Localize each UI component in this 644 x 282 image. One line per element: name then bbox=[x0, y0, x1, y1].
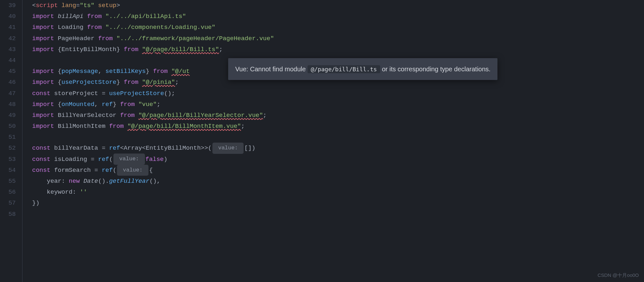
code-line[interactable]: import BillYearSelector from "@/page/bil… bbox=[32, 110, 644, 121]
code-line[interactable]: import BillMonthItem from "@/page/bill/B… bbox=[32, 121, 644, 132]
line-number: 57 bbox=[0, 198, 16, 208]
line-number: 53 bbox=[0, 154, 16, 165]
code-line[interactable]: }) bbox=[32, 198, 644, 208]
error-tooltip: Vue: Cannot find module @/page/bill/Bill… bbox=[228, 58, 497, 80]
line-number: 39 bbox=[0, 0, 16, 11]
code-line[interactable]: keyword: '' bbox=[32, 187, 644, 198]
code-line[interactable]: import {EntityBillMonth} from "@/page/bi… bbox=[32, 44, 644, 55]
line-number: 49 bbox=[0, 110, 16, 121]
code-line[interactable]: import Loading from "../../components/Lo… bbox=[32, 22, 644, 33]
line-number: 41 bbox=[0, 22, 16, 33]
tooltip-suffix: or its corresponding type declarations. bbox=[380, 66, 491, 73]
watermark: CSDN @十月oo0O bbox=[597, 271, 639, 279]
line-number: 55 bbox=[0, 176, 16, 187]
line-number: 45 bbox=[0, 66, 16, 77]
inlay-hint: value: bbox=[113, 154, 145, 165]
code-line[interactable] bbox=[32, 132, 644, 143]
line-number: 56 bbox=[0, 187, 16, 198]
code-line[interactable]: const billYearData = ref<Array<EntityBil… bbox=[32, 143, 644, 154]
line-number: 42 bbox=[0, 33, 16, 44]
line-number: 52 bbox=[0, 143, 16, 154]
line-number: 58 bbox=[0, 209, 16, 220]
line-number: 40 bbox=[0, 11, 16, 22]
line-number: 51 bbox=[0, 132, 16, 143]
code-line[interactable]: const formSearch = ref( value: { bbox=[32, 165, 644, 176]
line-number: 47 bbox=[0, 88, 16, 99]
line-number: 44 bbox=[0, 55, 16, 66]
code-line[interactable] bbox=[32, 209, 644, 220]
code-area[interactable]: <script lang="ts" setup> import billApi … bbox=[22, 0, 644, 282]
code-line[interactable]: import PageHeader from "../../framework/… bbox=[32, 33, 644, 44]
line-number: 48 bbox=[0, 99, 16, 110]
code-line[interactable]: <script lang="ts" setup> bbox=[32, 0, 644, 11]
inlay-hint: value: bbox=[117, 165, 148, 176]
line-gutter: 39 40 41 42 43 44 45 46 47 48 49 50 51 5… bbox=[0, 0, 22, 282]
code-line[interactable]: import {onMounted, ref} from "vue"; bbox=[32, 99, 644, 110]
line-number: 54 bbox=[0, 165, 16, 176]
tooltip-prefix: Vue: Cannot find module bbox=[235, 66, 308, 73]
line-number: 43 bbox=[0, 44, 16, 55]
line-number: 50 bbox=[0, 121, 16, 132]
code-line[interactable]: import billApi from "../../api/billApi.t… bbox=[32, 11, 644, 22]
code-line[interactable]: const isLoading = ref( value: false) bbox=[32, 154, 644, 165]
code-line[interactable]: const storeProject = useProjectStore(); bbox=[32, 88, 644, 99]
line-number: 46 bbox=[0, 77, 16, 88]
inlay-hint: value: bbox=[212, 143, 244, 154]
code-editor[interactable]: 39 40 41 42 43 44 45 46 47 48 49 50 51 5… bbox=[0, 0, 644, 282]
tooltip-module: @/page/bill/Bill.ts bbox=[308, 65, 380, 73]
code-line[interactable]: year: new Date().getFullYear(), bbox=[32, 176, 644, 187]
